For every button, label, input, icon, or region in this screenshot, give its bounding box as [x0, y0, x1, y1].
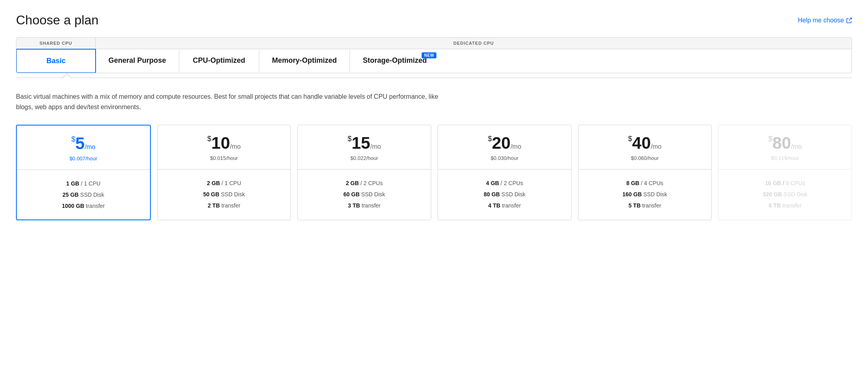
- card-specs-15: 2 GB / 2 CPUs 60 GB SSD Disk 3 TB transf…: [298, 170, 431, 219]
- card-specs-80: 16 GB / 8 CPUs 320 GB SSD Disk 6 TB tran…: [718, 170, 852, 219]
- price-main-20: $20/mo: [444, 133, 565, 153]
- page-title: Choose a plan: [16, 13, 98, 28]
- plan-description: Basic virtual machines with a mix of mem…: [16, 92, 456, 112]
- dedicated-cpu-label: DEDICATED CPU: [96, 38, 852, 49]
- pricing-card-5[interactable]: $5/mo $0.007/hour 1 GB / 1 CPU 25 GB SSD…: [16, 125, 151, 220]
- price-hourly-40: $0.060/hour: [585, 155, 705, 161]
- external-link-icon: [846, 18, 852, 23]
- card-specs-10: 2 GB / 1 CPU 50 GB SSD Disk 2 TB transfe…: [158, 170, 291, 219]
- pricing-cards: $5/mo $0.007/hour 1 GB / 1 CPU 25 GB SSD…: [16, 125, 852, 220]
- card-price-15: $15/mo $0.022/hour: [298, 125, 431, 169]
- price-main-5: $5/mo: [23, 134, 144, 154]
- card-price-10: $10/mo $0.015/hour: [158, 125, 291, 169]
- card-price-40: $40/mo $0.060/hour: [578, 125, 712, 169]
- price-hourly-10: $0.015/hour: [164, 155, 284, 161]
- price-hourly-15: $0.022/hour: [304, 155, 424, 161]
- tab-general-purpose[interactable]: General Purpose: [96, 49, 179, 72]
- card-price-5: $5/mo $0.007/hour: [17, 126, 150, 170]
- price-hourly-20: $0.030/hour: [444, 155, 565, 161]
- price-main-10: $10/mo: [164, 133, 284, 153]
- price-hourly-80: $0.119/hour: [725, 155, 845, 161]
- tab-memory-optimized[interactable]: Memory-Optimized: [259, 49, 350, 72]
- pricing-card-40[interactable]: $40/mo $0.060/hour 8 GB / 4 CPUs 160 GB …: [578, 125, 712, 220]
- card-price-20: $20/mo $0.030/hour: [438, 125, 571, 169]
- pricing-card-15[interactable]: $15/mo $0.022/hour 2 GB / 2 CPUs 60 GB S…: [297, 125, 431, 220]
- price-main-15: $15/mo: [304, 133, 424, 153]
- price-main-80: $80/mo: [725, 133, 845, 153]
- shared-cpu-label: SHARED CPU: [16, 38, 96, 49]
- tab-storage-optimized[interactable]: Storage-Optimized NEW: [350, 49, 440, 72]
- pricing-card-10[interactable]: $10/mo $0.015/hour 2 GB / 1 CPU 50 GB SS…: [157, 125, 291, 220]
- dedicated-cpu-group: DEDICATED CPU General Purpose CPU-Optimi…: [96, 38, 852, 73]
- shared-cpu-group: SHARED CPU Basic: [16, 38, 96, 73]
- card-price-80: $80/mo $0.119/hour: [718, 125, 852, 169]
- tab-basic[interactable]: Basic: [16, 49, 96, 73]
- card-specs-20: 4 GB / 2 CPUs 80 GB SSD Disk 4 TB transf…: [438, 170, 571, 219]
- help-me-choose-link[interactable]: Help me choose: [798, 17, 852, 24]
- pricing-card-80: $80/mo $0.119/hour 16 GB / 8 CPUs 320 GB…: [718, 125, 852, 220]
- price-main-40: $40/mo: [585, 133, 705, 153]
- card-specs-40: 8 GB / 4 CPUs 160 GB SSD Disk 5 TB trans…: [578, 170, 712, 219]
- pricing-card-20[interactable]: $20/mo $0.030/hour 4 GB / 2 CPUs 80 GB S…: [438, 125, 572, 220]
- new-badge: NEW: [422, 52, 436, 58]
- plan-selector: SHARED CPU Basic DEDICATED CPU General P…: [16, 37, 852, 73]
- card-specs-5: 1 GB / 1 CPU 25 GB SSD Disk 1000 GB tran…: [17, 170, 150, 219]
- tab-cpu-optimized[interactable]: CPU-Optimized: [179, 49, 259, 72]
- price-hourly-5: $0.007/hour: [23, 156, 144, 162]
